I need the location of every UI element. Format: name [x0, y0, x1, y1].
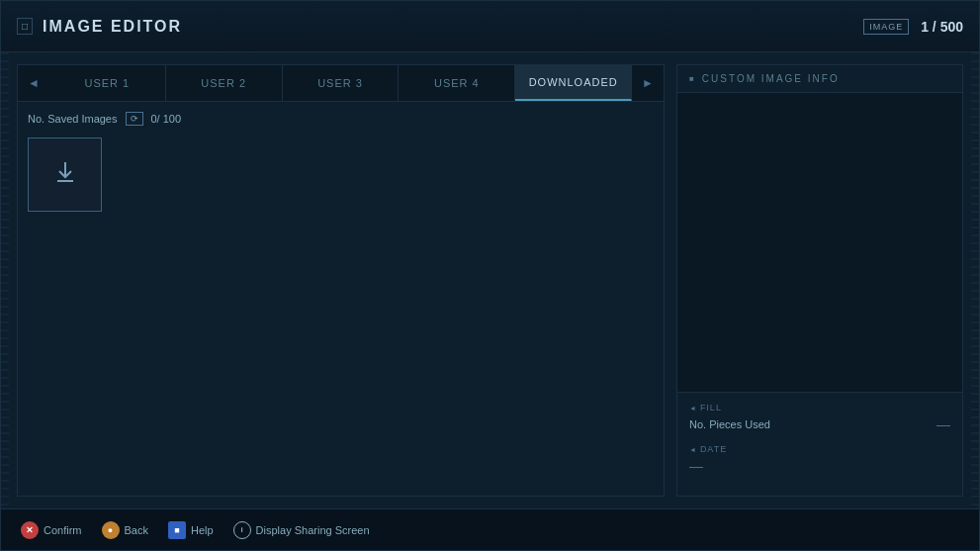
image-icon: IMAGE	[863, 19, 909, 35]
circle-button-icon: ●	[102, 521, 120, 539]
top-bar: □ IMAGE EDITOR IMAGE 1 / 500	[1, 1, 979, 52]
tab-right-arrow[interactable]: ►	[632, 65, 664, 101]
saved-images-count: 0/ 100	[151, 113, 182, 125]
date-value: —	[689, 458, 703, 474]
triangle-button-icon: i	[233, 521, 251, 539]
back-button[interactable]: ● Back	[102, 521, 148, 539]
tab-user2[interactable]: USER 2	[166, 65, 283, 101]
display-sharing-button[interactable]: i Display Sharing Screen	[233, 521, 370, 539]
app-frame: □ IMAGE EDITOR IMAGE 1 / 500 ◄ USER 1 US	[0, 0, 980, 551]
images-grid	[28, 138, 654, 212]
image-label: IMAGE	[863, 19, 909, 35]
tab-user1[interactable]: USER 1	[49, 65, 166, 101]
images-area: No. Saved Images ⟳ 0/ 100	[18, 102, 664, 496]
pieces-used-value: —	[936, 416, 950, 432]
saved-images-bar: No. Saved Images ⟳ 0/ 100	[28, 112, 654, 126]
pieces-used-row: No. Pieces Used —	[689, 416, 950, 432]
bottom-bar: ✕ Confirm ● Back ■ Help i Display Sharin…	[1, 508, 979, 550]
title-bracket-icon: □	[17, 18, 33, 35]
tab-downloaded[interactable]: DOWNLOADED	[515, 65, 632, 101]
right-panel-title: CUSTOM IMAGE INFO	[677, 65, 962, 93]
info-section: FILL No. Pieces Used — DATE —	[677, 392, 962, 496]
top-right-section: IMAGE 1 / 500	[863, 19, 963, 35]
tabs-bar: ◄ USER 1 USER 2 USER 3 USER 4 DOWNLOADED	[18, 65, 664, 102]
help-button[interactable]: ■ Help	[168, 521, 214, 539]
date-label: DATE	[689, 444, 950, 454]
image-preview-area	[677, 93, 962, 392]
back-label: Back	[125, 524, 148, 536]
left-panel: ◄ USER 1 USER 2 USER 3 USER 4 DOWNLOADED	[17, 64, 665, 497]
square-button-icon: ■	[168, 521, 186, 539]
image-counter: 1 / 500	[921, 19, 963, 35]
confirm-button[interactable]: ✕ Confirm	[21, 521, 82, 539]
x-button-icon: ✕	[21, 521, 39, 539]
page-title: IMAGE EDITOR	[43, 18, 182, 36]
download-image-slot[interactable]	[28, 138, 102, 212]
date-value-row: —	[689, 458, 950, 474]
confirm-label: Confirm	[44, 524, 82, 536]
tab-user4[interactable]: USER 4	[399, 65, 515, 101]
tab-left-arrow[interactable]: ◄	[18, 65, 49, 101]
display-sharing-label: Display Sharing Screen	[256, 524, 370, 536]
pieces-used-label: No. Pieces Used	[689, 418, 770, 430]
main-content: ◄ USER 1 USER 2 USER 3 USER 4 DOWNLOADED	[1, 52, 979, 508]
saved-images-refresh-icon[interactable]: ⟳	[126, 112, 143, 126]
tab-user3[interactable]: USER 3	[283, 65, 400, 101]
fill-label: FILL	[689, 403, 950, 413]
saved-images-label: No. Saved Images	[28, 113, 118, 125]
title-section: □ IMAGE EDITOR	[17, 18, 182, 36]
help-label: Help	[191, 524, 214, 536]
right-panel: CUSTOM IMAGE INFO FILL No. Pieces Used —…	[676, 64, 963, 497]
download-icon	[51, 158, 79, 191]
